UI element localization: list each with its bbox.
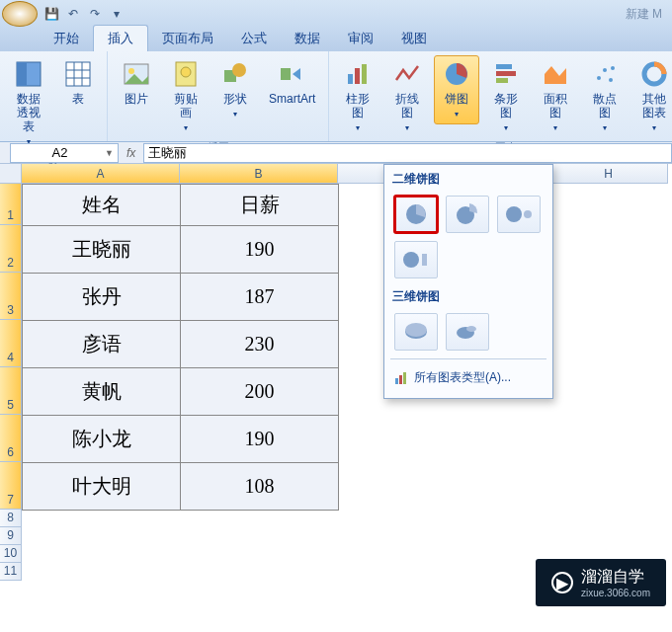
play-icon: ▶ [551, 572, 573, 593]
pie-chart-button[interactable]: 饼图▾ [434, 55, 479, 124]
picture-button[interactable]: 图片 [114, 55, 159, 109]
svg-point-40 [466, 326, 476, 332]
pie-2d-exploded[interactable] [446, 196, 489, 233]
cell-b3[interactable]: 187 [181, 274, 339, 321]
row-header-11[interactable]: 11 [0, 563, 22, 581]
cell-a4[interactable]: 彦语 [23, 321, 181, 368]
picture-label: 图片 [125, 92, 148, 106]
redo-icon[interactable]: ↷ [87, 6, 103, 22]
cell-b4[interactable]: 230 [181, 321, 339, 368]
watermark: ▶ 溜溜自学 zixue.3066.com [536, 559, 666, 606]
cell-b1[interactable]: 日薪 [181, 185, 339, 226]
cell-b2[interactable]: 190 [181, 226, 339, 274]
dd-section-2d: 二维饼图 [384, 165, 552, 192]
app-title: 新建 M [125, 6, 672, 23]
smartart-icon [277, 58, 308, 90]
pivot-table-button[interactable]: 数据 透视表▾ [6, 55, 51, 152]
row-header-9[interactable]: 9 [0, 527, 22, 545]
area-chart-button[interactable]: 面积图▾ [533, 55, 578, 138]
chevron-down-icon[interactable]: ▼ [105, 148, 114, 158]
column-chart-label: 柱形图▾ [342, 92, 374, 135]
pie-3d-exploded[interactable] [446, 313, 489, 351]
svg-rect-41 [395, 378, 398, 384]
line-chart-button[interactable]: 折线图▾ [384, 55, 430, 138]
cell-a2[interactable]: 王晓丽 [23, 226, 181, 274]
svg-marker-22 [545, 66, 566, 84]
row-header-5[interactable]: 5 [0, 367, 22, 415]
svg-rect-17 [362, 64, 367, 84]
undo-icon[interactable]: ↶ [65, 6, 81, 22]
svg-marker-14 [293, 68, 300, 80]
smartart-label: SmartArt [269, 92, 315, 106]
ribbon-group-illustrations: 图片 剪贴画▾ 形状▾ SmartArt 插图 [108, 51, 329, 141]
tab-review[interactable]: 审阅 [334, 26, 387, 51]
bar-chart-button[interactable]: 条形图▾ [483, 55, 529, 138]
cell-a3[interactable]: 张丹 [23, 274, 181, 321]
table-icon [62, 58, 94, 90]
scatter-chart-label: 散点图▾ [589, 92, 621, 135]
qat-dropdown-icon[interactable]: ▾ [109, 6, 125, 22]
pie-chart-label: 饼图▾ [445, 92, 468, 121]
pie-chart-dropdown: 二维饼图 三维饼图 所有图表类型(A)... [383, 164, 553, 399]
ribbon-tabs: 开始 插入 页面布局 公式 数据 审阅 视图 [0, 28, 672, 51]
clipart-button[interactable]: 剪贴画▾ [163, 55, 209, 138]
pie-of-pie[interactable] [497, 196, 541, 233]
all-chart-types[interactable]: 所有图表类型(A)... [384, 363, 552, 392]
name-box[interactable]: A2 ▼ [10, 143, 119, 163]
dd-separator [390, 358, 546, 359]
pie-2d-basic[interactable] [394, 196, 438, 233]
scatter-chart-icon [589, 58, 621, 90]
cell-a6[interactable]: 陈小龙 [23, 416, 181, 463]
select-all-corner[interactable] [0, 164, 22, 184]
formula-bar: A2 ▼ fx 王晓丽 [0, 142, 672, 164]
smartart-button[interactable]: SmartArt [262, 55, 322, 109]
svg-point-25 [609, 78, 613, 82]
row-header-8[interactable]: 8 [0, 510, 22, 527]
save-icon[interactable]: 💾 [43, 6, 59, 22]
svg-rect-1 [17, 62, 27, 86]
tab-page-layout[interactable]: 页面布局 [148, 26, 227, 51]
tab-view[interactable]: 视图 [387, 26, 441, 51]
svg-rect-15 [348, 74, 353, 84]
other-chart-button[interactable]: 其他图表▾ [631, 55, 672, 138]
column-chart-icon [342, 58, 374, 90]
row-header-1[interactable]: 1 [0, 184, 22, 225]
row-header-2[interactable]: 2 [0, 225, 22, 273]
clipart-icon [170, 58, 202, 90]
office-button[interactable] [2, 1, 38, 27]
formula-input[interactable]: 王晓丽 [143, 143, 672, 163]
svg-rect-19 [496, 64, 512, 69]
svg-rect-16 [355, 68, 360, 84]
pivot-table-label: 数据 透视表▾ [13, 92, 44, 149]
fx-label[interactable]: fx [119, 146, 143, 160]
row-header-3[interactable]: 3 [0, 273, 22, 320]
ribbon: 数据 透视表▾ 表 表 图片 剪贴画▾ 形状▾ [0, 51, 672, 142]
cell-a7[interactable]: 叶大明 [23, 463, 181, 511]
tab-insert[interactable]: 插入 [93, 25, 148, 51]
row-header-6[interactable]: 6 [0, 415, 22, 462]
cell-a1[interactable]: 姓名 [23, 185, 181, 226]
row-header-4[interactable]: 4 [0, 320, 22, 367]
table-button[interactable]: 表 [55, 55, 101, 109]
svg-point-23 [597, 76, 601, 80]
row-header-10[interactable]: 10 [0, 545, 22, 563]
cell-a5[interactable]: 黄帆 [23, 368, 181, 416]
cell-b7[interactable]: 108 [181, 463, 339, 511]
area-chart-label: 面积图▾ [540, 92, 571, 135]
bar-chart-icon [490, 58, 522, 90]
tab-data[interactable]: 数据 [281, 26, 334, 51]
data-table[interactable]: 姓名 日薪 王晓丽190 张丹187 彦语230 黄帆200 陈小龙190 叶大… [22, 184, 339, 511]
tab-formulas[interactable]: 公式 [227, 26, 281, 51]
cell-b6[interactable]: 190 [181, 416, 339, 463]
ribbon-group-tables: 数据 透视表▾ 表 表 [0, 51, 108, 141]
column-chart-button[interactable]: 柱形图▾ [335, 55, 380, 138]
tab-home[interactable]: 开始 [40, 26, 93, 51]
cell-b5[interactable]: 200 [181, 368, 339, 416]
shapes-button[interactable]: 形状▾ [212, 55, 258, 124]
pie-3d-basic[interactable] [394, 313, 438, 351]
scatter-chart-button[interactable]: 散点图▾ [582, 55, 628, 138]
dd-section-3d: 三维饼图 [384, 282, 552, 309]
bar-of-pie[interactable] [394, 241, 438, 278]
svg-point-35 [403, 252, 419, 268]
row-header-7[interactable]: 7 [0, 462, 22, 510]
